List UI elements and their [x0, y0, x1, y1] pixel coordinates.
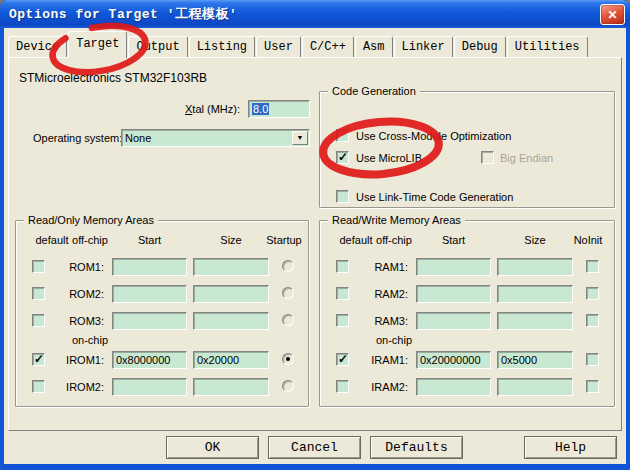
dropdown-arrow-button[interactable]: ▼	[292, 131, 308, 145]
rom2-label: ROM2:	[52, 288, 104, 300]
rom2-startup-radio[interactable]	[282, 287, 294, 299]
rom1-label: ROM1:	[52, 261, 104, 273]
ram1-default-checkbox[interactable]	[336, 260, 349, 273]
rom1-default-checkbox[interactable]	[32, 260, 45, 273]
big-endian-label: Big Endian	[500, 152, 553, 164]
defaults-button[interactable]: Defaults	[370, 436, 463, 459]
rom3-startup-radio[interactable]	[282, 314, 294, 326]
cross-module-checkbox[interactable]	[336, 129, 349, 142]
iram2-size-field[interactable]	[497, 378, 573, 396]
tab-device[interactable]: Device	[8, 36, 67, 57]
rom2-size-field[interactable]	[193, 285, 269, 303]
irom2-size-field[interactable]	[193, 378, 269, 396]
ram1-size-field[interactable]	[497, 258, 573, 276]
tab-user[interactable]: User	[256, 36, 301, 57]
irom1-size-field[interactable]: 0x20000	[193, 351, 269, 369]
rom3-start-field[interactable]	[112, 312, 187, 330]
microlib-checkbox[interactable]	[336, 151, 349, 164]
link-time-checkbox[interactable]	[336, 190, 349, 203]
rom3-row: ROM3:	[16, 312, 308, 330]
header-off-chip: off-chip	[66, 234, 114, 246]
irom2-startup-radio[interactable]	[282, 380, 294, 392]
ok-button[interactable]: OK	[166, 436, 259, 459]
ram3-label: RAM3:	[356, 315, 408, 327]
link-time-label: Use Link-Time Code Generation	[356, 191, 513, 203]
big-endian-checkbox[interactable]	[481, 151, 494, 164]
rom3-size-field[interactable]	[193, 312, 269, 330]
operating-system-dropdown[interactable]: None ▼	[121, 129, 310, 147]
close-button[interactable]: ✕	[600, 4, 625, 25]
iram1-size-field[interactable]: 0x5000	[497, 351, 573, 369]
help-button[interactable]: Help	[524, 436, 617, 459]
window-title: Options for Target '工程模板'	[0, 5, 237, 23]
header-off-chip: off-chip	[370, 234, 418, 246]
header-start: Start	[416, 234, 491, 246]
code-generation-title: Code Generation	[328, 85, 420, 97]
ram2-start-field[interactable]	[416, 285, 491, 303]
irom1-start-field[interactable]: 0x8000000	[112, 351, 187, 369]
ram3-noinit-checkbox[interactable]	[586, 314, 599, 327]
iram2-label: IRAM2:	[356, 381, 408, 393]
title-bar[interactable]: Options for Target '工程模板' ✕	[0, 0, 630, 28]
options-dialog-window: Options for Target '工程模板' ✕ Device Targe…	[0, 0, 630, 470]
irom2-start-field[interactable]	[112, 378, 187, 396]
ram3-start-field[interactable]	[416, 312, 491, 330]
irom2-row: IROM2:	[16, 378, 308, 396]
ram2-default-checkbox[interactable]	[336, 287, 349, 300]
ram2-noinit-checkbox[interactable]	[586, 287, 599, 300]
ram2-size-field[interactable]	[497, 285, 573, 303]
device-name-label: STMicroelectronics STM32F103RB	[19, 71, 207, 85]
tab-c-cpp[interactable]: C/C++	[302, 36, 354, 57]
rom1-startup-radio[interactable]	[282, 260, 294, 272]
rom2-default-checkbox[interactable]	[32, 287, 45, 300]
cross-module-label: Use Cross-Module Optimization	[356, 130, 511, 142]
tab-output[interactable]: Output	[128, 36, 187, 57]
iram1-row: IRAM1: 0x20000000 0x5000	[320, 351, 614, 369]
tab-asm[interactable]: Asm	[355, 36, 393, 57]
iram1-label: IRAM1:	[356, 354, 408, 366]
ram-on-chip-label: on-chip	[370, 334, 418, 346]
microlib-label: Use MicroLIB	[356, 152, 422, 164]
ram2-label: RAM2:	[356, 288, 408, 300]
header-startup: Startup	[260, 234, 308, 246]
iram1-start-field[interactable]: 0x20000000	[416, 351, 491, 369]
rom1-size-field[interactable]	[193, 258, 269, 276]
rom2-start-field[interactable]	[112, 285, 187, 303]
irom1-row: IROM1: 0x8000000 0x20000	[16, 351, 308, 369]
irom1-startup-radio[interactable]	[282, 353, 294, 365]
operating-system-label: Operating system:	[33, 132, 122, 144]
header-size: Size	[193, 234, 269, 246]
ram1-label: RAM1:	[356, 261, 408, 273]
irom2-default-checkbox[interactable]	[32, 380, 45, 393]
iram1-noinit-checkbox[interactable]	[586, 353, 599, 366]
irom1-label: IROM1:	[52, 354, 104, 366]
rom1-row: ROM1:	[16, 258, 308, 276]
irom1-default-checkbox[interactable]	[32, 353, 45, 366]
xtal-input[interactable]: 8.0	[248, 100, 310, 118]
iram2-default-checkbox[interactable]	[336, 380, 349, 393]
iram2-noinit-checkbox[interactable]	[586, 380, 599, 393]
ram1-noinit-checkbox[interactable]	[586, 260, 599, 273]
tab-target[interactable]: Target	[68, 31, 127, 58]
iram1-default-checkbox[interactable]	[336, 353, 349, 366]
rom3-default-checkbox[interactable]	[32, 314, 45, 327]
tab-strip: Device Target Output Listing User C/C++ …	[8, 31, 589, 57]
ram3-size-field[interactable]	[497, 312, 573, 330]
iram2-start-field[interactable]	[416, 378, 491, 396]
cancel-button[interactable]: Cancel	[268, 436, 361, 459]
read-only-memory-title: Read/Only Memory Areas	[24, 214, 158, 226]
rom2-row: ROM2:	[16, 285, 308, 303]
tab-listing[interactable]: Listing	[189, 36, 255, 57]
ram1-start-field[interactable]	[416, 258, 491, 276]
rom3-label: ROM3:	[52, 315, 104, 327]
rom1-start-field[interactable]	[112, 258, 187, 276]
iram2-row: IRAM2:	[320, 378, 614, 396]
header-noinit: NoInit	[564, 234, 612, 246]
ram3-default-checkbox[interactable]	[336, 314, 349, 327]
tab-utilities[interactable]: Utilities	[507, 36, 588, 57]
read-write-memory-group: Read/Write Memory Areas default off-chip…	[319, 220, 615, 407]
tab-linker[interactable]: Linker	[394, 36, 453, 57]
code-generation-group: Code Generation Use Cross-Module Optimiz…	[319, 91, 615, 208]
tab-debug[interactable]: Debug	[454, 36, 506, 57]
chevron-down-icon: ▼	[297, 130, 304, 146]
